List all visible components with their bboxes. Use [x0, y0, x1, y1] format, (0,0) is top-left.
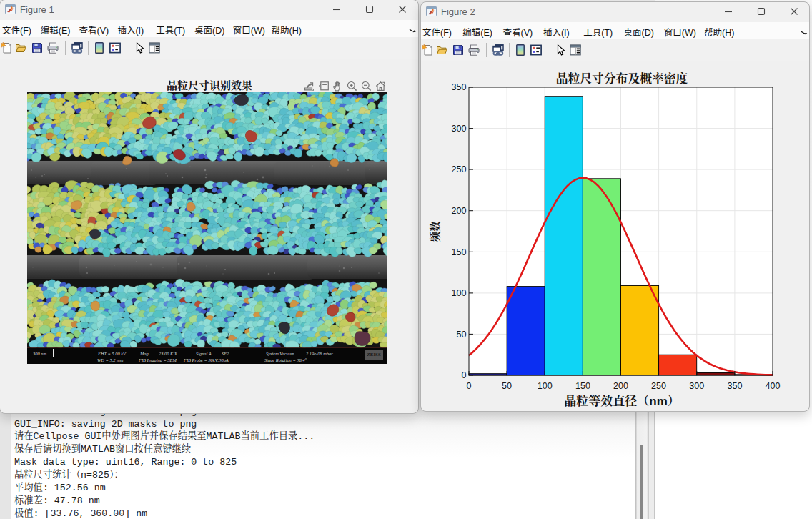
- svg-text:350: 350: [451, 82, 466, 92]
- svg-text:100: 100: [538, 381, 553, 391]
- svg-text:50: 50: [456, 330, 466, 340]
- svg-text:ZEISS: ZEISS: [367, 352, 381, 357]
- svg-text:晶粒等效直径（nm）: 晶粒等效直径（nm）: [564, 391, 680, 409]
- svg-text:400: 400: [765, 381, 780, 391]
- svg-text:200: 200: [451, 206, 466, 216]
- svg-text:Stage Rotation = 38.4°: Stage Rotation = 38.4°: [264, 357, 307, 362]
- svg-text:FIB Imaging = SEM: FIB Imaging = SEM: [138, 357, 177, 362]
- svg-text:300: 300: [689, 381, 704, 391]
- svg-text:System Vacuum: System Vacuum: [266, 351, 294, 356]
- svg-text:FIB Probe = 30kV:30pA: FIB Probe = 30kV:30pA: [183, 357, 229, 362]
- svg-text:0: 0: [461, 370, 466, 380]
- svg-text:50: 50: [502, 381, 512, 391]
- svg-text:0: 0: [466, 381, 471, 391]
- svg-text:WD = 5.2 mm: WD = 5.2 mm: [97, 357, 124, 362]
- svg-text:150: 150: [575, 381, 590, 391]
- svg-text:23.00 K X: 23.00 K X: [159, 351, 178, 356]
- svg-text:350: 350: [727, 381, 742, 391]
- svg-text:2.19e-06 mbar: 2.19e-06 mbar: [306, 351, 333, 356]
- svg-text:频数: 频数: [427, 221, 442, 242]
- svg-text:100: 100: [451, 288, 466, 298]
- svg-text:晶粒尺寸分布及概率密度: 晶粒尺寸分布及概率密度: [556, 69, 688, 86]
- svg-text:150: 150: [451, 247, 466, 257]
- svg-text:Signal A: Signal A: [196, 351, 212, 356]
- svg-text:Mag: Mag: [139, 351, 149, 356]
- svg-text:300: 300: [451, 124, 466, 134]
- svg-text:250: 250: [651, 381, 666, 391]
- svg-text:SE2: SE2: [222, 351, 229, 356]
- svg-text:EHT = 5.00 kV: EHT = 5.00 kV: [97, 351, 127, 356]
- svg-text:250: 250: [451, 164, 466, 174]
- svg-text:200: 200: [613, 381, 628, 391]
- svg-text:300 nm: 300 nm: [32, 351, 46, 356]
